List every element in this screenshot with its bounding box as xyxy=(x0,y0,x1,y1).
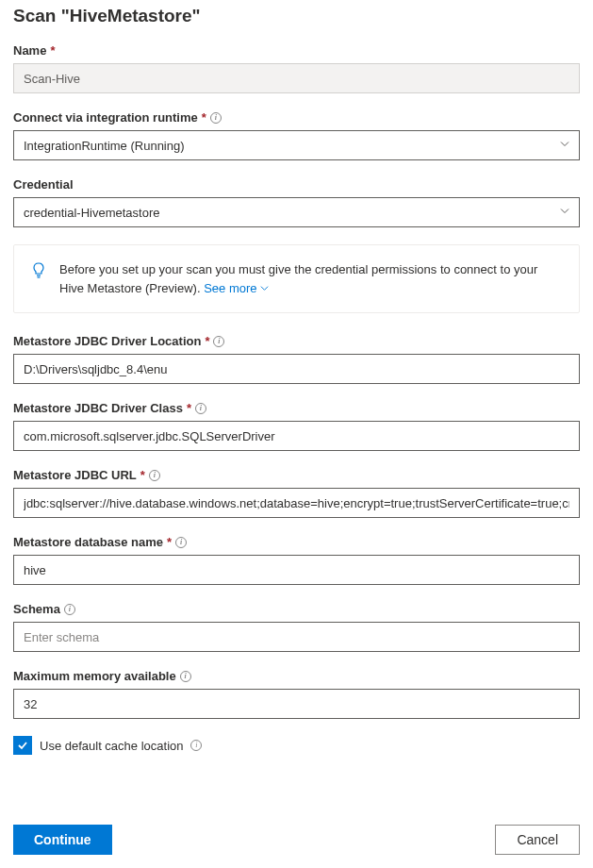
lightbulb-icon xyxy=(31,262,46,282)
required-asterisk: * xyxy=(167,535,172,549)
required-asterisk: * xyxy=(187,401,191,415)
memory-input[interactable] xyxy=(13,689,580,719)
info-icon[interactable]: i xyxy=(180,671,191,682)
driver-class-input[interactable] xyxy=(13,421,580,451)
runtime-select[interactable]: IntegrationRuntime (Running) xyxy=(13,130,580,160)
schema-label: Schema i xyxy=(13,602,580,616)
db-name-input[interactable] xyxy=(13,555,580,585)
info-icon[interactable]: i xyxy=(190,740,202,751)
cache-checkbox[interactable] xyxy=(13,736,32,755)
required-asterisk: * xyxy=(205,334,209,348)
schema-input[interactable] xyxy=(13,622,580,652)
db-name-label: Metastore database name * i xyxy=(13,535,580,549)
info-callout: Before you set up your scan you must giv… xyxy=(13,244,580,313)
callout-text: Before you set up your scan you must giv… xyxy=(59,260,562,297)
cancel-button[interactable]: Cancel xyxy=(495,825,580,855)
info-icon[interactable]: i xyxy=(149,470,160,481)
jdbc-url-input[interactable] xyxy=(13,488,580,518)
credential-select[interactable]: credential-Hivemetastore xyxy=(13,197,580,227)
required-asterisk: * xyxy=(202,110,206,125)
required-asterisk: * xyxy=(50,43,55,58)
driver-location-input[interactable] xyxy=(13,354,580,384)
page-title: Scan "HiveMetastore" xyxy=(13,6,580,26)
info-icon[interactable]: i xyxy=(213,336,224,347)
see-more-link[interactable]: See more xyxy=(204,279,269,298)
driver-class-label: Metastore JDBC Driver Class * i xyxy=(13,401,580,415)
driver-location-label: Metastore JDBC Driver Location * i xyxy=(13,334,580,348)
memory-label: Maximum memory available i xyxy=(13,669,580,683)
name-input xyxy=(13,63,580,93)
runtime-label: Connect via integration runtime * i xyxy=(13,110,580,125)
info-icon[interactable]: i xyxy=(210,112,222,124)
info-icon[interactable]: i xyxy=(64,604,75,615)
required-asterisk: * xyxy=(140,468,145,482)
name-label: Name * xyxy=(13,43,580,58)
cache-label: Use default cache location xyxy=(40,739,183,753)
jdbc-url-label: Metastore JDBC URL * i xyxy=(13,468,580,482)
continue-button[interactable]: Continue xyxy=(13,825,112,855)
info-icon[interactable]: i xyxy=(195,403,206,414)
info-icon[interactable]: i xyxy=(175,537,187,548)
credential-label: Credential xyxy=(13,177,580,192)
footer: Continue Cancel xyxy=(13,813,580,855)
